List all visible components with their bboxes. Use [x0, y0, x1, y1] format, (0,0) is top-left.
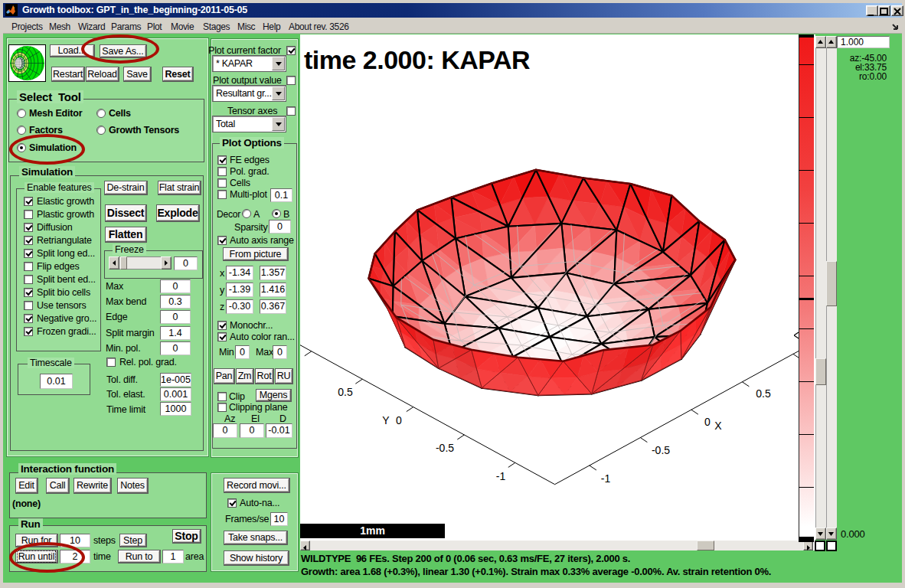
svg-text:-0.5: -0.5 [652, 444, 670, 456]
svg-text:-1: -1 [496, 470, 506, 482]
svg-text:-0.5: -0.5 [436, 442, 454, 454]
svg-text:X: X [714, 420, 722, 432]
svg-text:-1: -1 [601, 472, 611, 485]
svg-text:0.5: 0.5 [338, 386, 353, 398]
svg-text:Y: Y [382, 414, 390, 426]
svg-text:0.5: 0.5 [756, 387, 771, 400]
svg-text:0: 0 [704, 416, 711, 428]
svg-text:0: 0 [396, 414, 402, 426]
